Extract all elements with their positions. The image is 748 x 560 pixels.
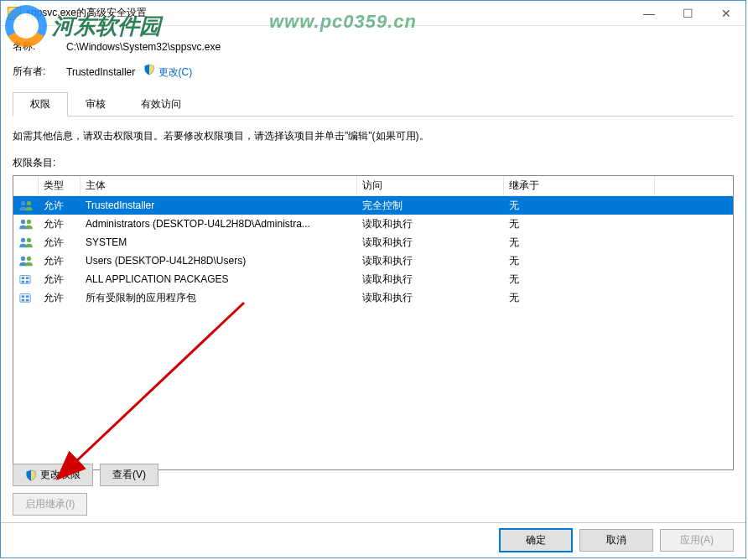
cell-access: 读取和执行 xyxy=(357,254,504,268)
svg-point-3 xyxy=(27,220,31,224)
cell-access: 完全控制 xyxy=(357,199,504,213)
cell-principal: SYSTEM xyxy=(81,236,357,248)
cell-inherit: 无 xyxy=(504,199,655,213)
cell-inherit: 无 xyxy=(504,236,655,250)
close-button[interactable]: ✕ xyxy=(707,1,745,26)
cell-inherit: 无 xyxy=(504,254,655,268)
cell-access: 读取和执行 xyxy=(357,217,504,231)
svg-rect-17 xyxy=(26,299,29,302)
owner-value: TrustedInstaller xyxy=(66,66,135,78)
svg-point-1 xyxy=(27,201,31,205)
cell-access: 读取和执行 xyxy=(357,272,504,287)
enable-inheritance-button: 启用继承(I) xyxy=(13,493,87,516)
package-icon xyxy=(13,292,39,303)
table-row[interactable]: 允许Administrators (DESKTOP-U4L2H8D\Admini… xyxy=(13,215,733,233)
tabs: 权限 审核 有效访问 xyxy=(13,91,734,117)
package-icon xyxy=(13,273,39,285)
table-row[interactable]: 允许SYSTEM读取和执行无 xyxy=(13,233,733,251)
svg-point-0 xyxy=(21,201,25,205)
cell-principal: Administrators (DESKTOP-U4L2H8D\Administ… xyxy=(81,218,357,230)
cell-inherit: 无 xyxy=(504,217,655,231)
cell-principal: Users (DESKTOP-U4L2H8D\Users) xyxy=(81,255,357,267)
svg-rect-15 xyxy=(26,296,29,298)
table-row[interactable]: 允许所有受限制的应用程序包读取和执行无 xyxy=(13,288,733,307)
watermark-logo: 河东软件园 xyxy=(5,5,161,47)
ok-button[interactable]: 确定 xyxy=(499,528,573,552)
users-icon xyxy=(13,236,39,248)
svg-rect-9 xyxy=(22,277,25,280)
permissions-table[interactable]: 类型 主体 访问 继承于 允许TrustedInstaller完全控制无允许Ad… xyxy=(13,175,734,470)
cell-type: 允许 xyxy=(39,217,81,231)
table-row[interactable]: 允许TrustedInstaller完全控制无 xyxy=(13,196,733,215)
users-icon xyxy=(13,218,39,230)
cell-type: 允许 xyxy=(39,199,81,213)
bottom-buttons: 更改权限 查看(V) 启用继承(I) xyxy=(13,464,158,516)
cell-inherit: 无 xyxy=(504,272,655,287)
maximize-button[interactable]: ☐ xyxy=(668,1,707,26)
window-controls: — ☐ ✕ xyxy=(630,1,745,26)
watermark-name: 河东软件园 xyxy=(52,12,161,41)
col-principal[interactable]: 主体 xyxy=(81,176,357,195)
apply-label: 应用(A) xyxy=(680,533,714,547)
globe-icon xyxy=(5,5,47,47)
cell-principal: ALL APPLICATION PACKAGES xyxy=(81,273,357,285)
dialog-footer: 确定 取消 应用(A) xyxy=(1,522,745,557)
owner-label: 所有者: xyxy=(13,65,66,79)
view-button[interactable]: 查看(V) xyxy=(100,464,158,486)
table-header: 类型 主体 访问 继承于 xyxy=(13,176,733,196)
cell-principal: TrustedInstaller xyxy=(81,200,357,211)
cell-type: 允许 xyxy=(39,291,81,305)
svg-rect-12 xyxy=(26,281,29,283)
owner-row: 所有者: TrustedInstaller 更改(C) xyxy=(13,59,734,85)
col-icon[interactable] xyxy=(13,176,39,195)
cell-type: 允许 xyxy=(39,236,81,250)
cancel-button[interactable]: 取消 xyxy=(579,529,653,552)
enable-inheritance-label: 启用继承(I) xyxy=(25,497,75,511)
tab-auditing[interactable]: 审核 xyxy=(68,92,123,117)
svg-point-2 xyxy=(21,220,25,224)
svg-rect-16 xyxy=(22,299,25,302)
col-inherit[interactable]: 继承于 xyxy=(504,176,655,195)
table-row[interactable]: 允许ALL APPLICATION PACKAGES读取和执行无 xyxy=(13,270,733,288)
change-link-text: 更改(C) xyxy=(158,66,193,78)
cell-principal: 所有受限制的应用程序包 xyxy=(81,291,357,305)
svg-rect-11 xyxy=(22,281,25,283)
table-row[interactable]: 允许Users (DESKTOP-U4L2H8D\Users)读取和执行无 xyxy=(13,251,733,270)
svg-rect-14 xyxy=(22,296,25,298)
apply-button: 应用(A) xyxy=(660,529,734,552)
col-type[interactable]: 类型 xyxy=(39,176,81,195)
svg-rect-10 xyxy=(26,277,29,280)
change-permissions-button[interactable]: 更改权限 xyxy=(13,464,93,486)
tab-effective[interactable]: 有效访问 xyxy=(123,92,199,117)
svg-point-4 xyxy=(21,238,25,242)
view-label: 查看(V) xyxy=(112,468,146,482)
minimize-button[interactable]: — xyxy=(630,1,668,26)
table-body: 允许TrustedInstaller完全控制无允许Administrators … xyxy=(13,196,733,307)
users-icon xyxy=(13,200,39,211)
shield-icon xyxy=(143,64,155,75)
shield-icon xyxy=(25,469,37,481)
cancel-label: 取消 xyxy=(606,533,626,547)
change-permissions-label: 更改权限 xyxy=(40,468,81,482)
change-owner-link[interactable]: 更改(C) xyxy=(143,64,192,80)
cell-inherit: 无 xyxy=(504,291,655,305)
users-icon xyxy=(13,255,39,267)
cell-access: 读取和执行 xyxy=(357,291,504,305)
ok-label: 确定 xyxy=(526,533,546,547)
advanced-security-window: 河东软件园 www.pc0359.cn sppsvc.exe的高级安全设置 — … xyxy=(0,0,746,558)
cell-type: 允许 xyxy=(39,272,81,287)
svg-point-7 xyxy=(27,257,31,261)
tab-permissions[interactable]: 权限 xyxy=(13,92,68,117)
col-access[interactable]: 访问 xyxy=(357,176,504,195)
content-area: 名称: C:\Windows\System32\sppsvc.exe 所有者: … xyxy=(1,26,745,470)
cell-access: 读取和执行 xyxy=(357,236,504,250)
instructions-text: 如需其他信息，请双击权限项目。若要修改权限项目，请选择该项目并单击"编辑"(如果… xyxy=(13,117,734,153)
svg-point-6 xyxy=(21,257,25,261)
section-label: 权限条目: xyxy=(13,153,734,175)
watermark-url: www.pc0359.cn xyxy=(269,11,417,33)
svg-point-5 xyxy=(27,238,31,242)
cell-type: 允许 xyxy=(39,254,81,268)
